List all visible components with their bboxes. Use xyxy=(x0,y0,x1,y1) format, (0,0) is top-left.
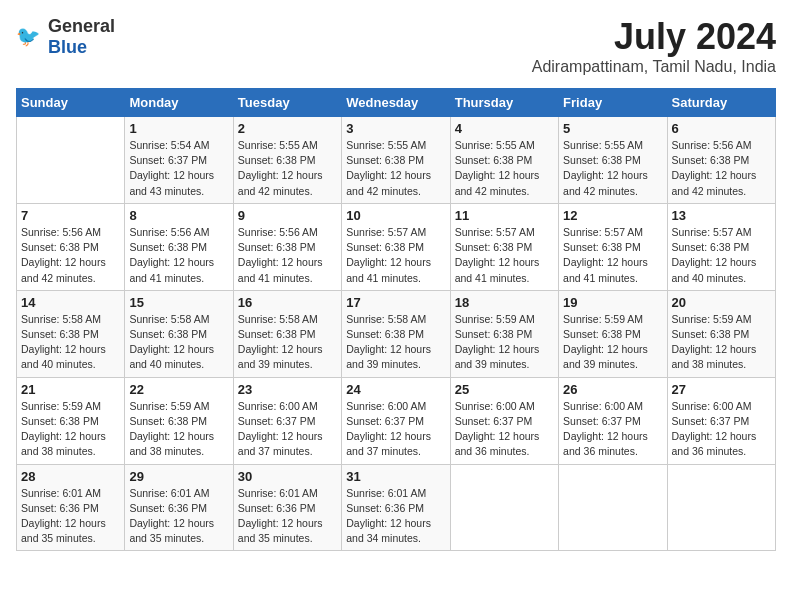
day-number: 31 xyxy=(346,469,445,484)
column-header-sunday: Sunday xyxy=(17,89,125,117)
calendar-cell: 27Sunrise: 6:00 AM Sunset: 6:37 PM Dayli… xyxy=(667,377,775,464)
day-detail: Sunrise: 5:56 AM Sunset: 6:38 PM Dayligh… xyxy=(238,225,337,286)
day-number: 6 xyxy=(672,121,771,136)
calendar-cell: 20Sunrise: 5:59 AM Sunset: 6:38 PM Dayli… xyxy=(667,290,775,377)
calendar-cell: 21Sunrise: 5:59 AM Sunset: 6:38 PM Dayli… xyxy=(17,377,125,464)
day-detail: Sunrise: 5:58 AM Sunset: 6:38 PM Dayligh… xyxy=(21,312,120,373)
logo: 🐦 General Blue xyxy=(16,16,115,58)
day-detail: Sunrise: 6:01 AM Sunset: 6:36 PM Dayligh… xyxy=(21,486,120,547)
day-detail: Sunrise: 6:01 AM Sunset: 6:36 PM Dayligh… xyxy=(346,486,445,547)
calendar-week-row: 14Sunrise: 5:58 AM Sunset: 6:38 PM Dayli… xyxy=(17,290,776,377)
column-header-wednesday: Wednesday xyxy=(342,89,450,117)
day-detail: Sunrise: 5:58 AM Sunset: 6:38 PM Dayligh… xyxy=(129,312,228,373)
day-detail: Sunrise: 6:01 AM Sunset: 6:36 PM Dayligh… xyxy=(238,486,337,547)
calendar-cell: 7Sunrise: 5:56 AM Sunset: 6:38 PM Daylig… xyxy=(17,203,125,290)
column-header-monday: Monday xyxy=(125,89,233,117)
day-number: 8 xyxy=(129,208,228,223)
day-detail: Sunrise: 5:59 AM Sunset: 6:38 PM Dayligh… xyxy=(129,399,228,460)
calendar-cell: 26Sunrise: 6:00 AM Sunset: 6:37 PM Dayli… xyxy=(559,377,667,464)
calendar-cell: 2Sunrise: 5:55 AM Sunset: 6:38 PM Daylig… xyxy=(233,117,341,204)
day-number: 19 xyxy=(563,295,662,310)
calendar-cell: 14Sunrise: 5:58 AM Sunset: 6:38 PM Dayli… xyxy=(17,290,125,377)
day-number: 7 xyxy=(21,208,120,223)
day-detail: Sunrise: 5:56 AM Sunset: 6:38 PM Dayligh… xyxy=(129,225,228,286)
calendar-week-row: 21Sunrise: 5:59 AM Sunset: 6:38 PM Dayli… xyxy=(17,377,776,464)
calendar-cell: 15Sunrise: 5:58 AM Sunset: 6:38 PM Dayli… xyxy=(125,290,233,377)
day-detail: Sunrise: 5:57 AM Sunset: 6:38 PM Dayligh… xyxy=(672,225,771,286)
calendar-cell: 10Sunrise: 5:57 AM Sunset: 6:38 PM Dayli… xyxy=(342,203,450,290)
day-number: 28 xyxy=(21,469,120,484)
calendar-cell: 13Sunrise: 5:57 AM Sunset: 6:38 PM Dayli… xyxy=(667,203,775,290)
day-detail: Sunrise: 5:56 AM Sunset: 6:38 PM Dayligh… xyxy=(672,138,771,199)
calendar-cell: 3Sunrise: 5:55 AM Sunset: 6:38 PM Daylig… xyxy=(342,117,450,204)
calendar-cell: 12Sunrise: 5:57 AM Sunset: 6:38 PM Dayli… xyxy=(559,203,667,290)
calendar-cell: 6Sunrise: 5:56 AM Sunset: 6:38 PM Daylig… xyxy=(667,117,775,204)
day-number: 1 xyxy=(129,121,228,136)
day-detail: Sunrise: 5:58 AM Sunset: 6:38 PM Dayligh… xyxy=(346,312,445,373)
day-number: 20 xyxy=(672,295,771,310)
calendar-cell: 25Sunrise: 6:00 AM Sunset: 6:37 PM Dayli… xyxy=(450,377,558,464)
day-number: 23 xyxy=(238,382,337,397)
day-number: 25 xyxy=(455,382,554,397)
day-number: 21 xyxy=(21,382,120,397)
calendar-cell: 18Sunrise: 5:59 AM Sunset: 6:38 PM Dayli… xyxy=(450,290,558,377)
calendar-cell: 4Sunrise: 5:55 AM Sunset: 6:38 PM Daylig… xyxy=(450,117,558,204)
calendar-cell: 17Sunrise: 5:58 AM Sunset: 6:38 PM Dayli… xyxy=(342,290,450,377)
day-number: 4 xyxy=(455,121,554,136)
day-detail: Sunrise: 5:55 AM Sunset: 6:38 PM Dayligh… xyxy=(238,138,337,199)
day-detail: Sunrise: 5:55 AM Sunset: 6:38 PM Dayligh… xyxy=(346,138,445,199)
logo-general: General xyxy=(48,16,115,36)
day-number: 24 xyxy=(346,382,445,397)
logo-blue: Blue xyxy=(48,37,87,57)
calendar-week-row: 1Sunrise: 5:54 AM Sunset: 6:37 PM Daylig… xyxy=(17,117,776,204)
calendar-cell: 24Sunrise: 6:00 AM Sunset: 6:37 PM Dayli… xyxy=(342,377,450,464)
page-header: 🐦 General Blue July 2024 Adirampattinam,… xyxy=(16,16,776,76)
day-number: 17 xyxy=(346,295,445,310)
day-detail: Sunrise: 5:59 AM Sunset: 6:38 PM Dayligh… xyxy=(455,312,554,373)
day-number: 10 xyxy=(346,208,445,223)
day-detail: Sunrise: 6:01 AM Sunset: 6:36 PM Dayligh… xyxy=(129,486,228,547)
day-number: 9 xyxy=(238,208,337,223)
column-header-saturday: Saturday xyxy=(667,89,775,117)
day-number: 27 xyxy=(672,382,771,397)
day-detail: Sunrise: 5:56 AM Sunset: 6:38 PM Dayligh… xyxy=(21,225,120,286)
day-detail: Sunrise: 6:00 AM Sunset: 6:37 PM Dayligh… xyxy=(455,399,554,460)
day-number: 14 xyxy=(21,295,120,310)
calendar-cell: 16Sunrise: 5:58 AM Sunset: 6:38 PM Dayli… xyxy=(233,290,341,377)
day-detail: Sunrise: 5:59 AM Sunset: 6:38 PM Dayligh… xyxy=(672,312,771,373)
day-detail: Sunrise: 6:00 AM Sunset: 6:37 PM Dayligh… xyxy=(346,399,445,460)
calendar-cell xyxy=(450,464,558,551)
calendar-cell: 29Sunrise: 6:01 AM Sunset: 6:36 PM Dayli… xyxy=(125,464,233,551)
day-number: 15 xyxy=(129,295,228,310)
calendar-cell: 19Sunrise: 5:59 AM Sunset: 6:38 PM Dayli… xyxy=(559,290,667,377)
day-detail: Sunrise: 5:59 AM Sunset: 6:38 PM Dayligh… xyxy=(21,399,120,460)
day-detail: Sunrise: 6:00 AM Sunset: 6:37 PM Dayligh… xyxy=(238,399,337,460)
page-subtitle: Adirampattinam, Tamil Nadu, India xyxy=(532,58,776,76)
day-number: 22 xyxy=(129,382,228,397)
day-detail: Sunrise: 6:00 AM Sunset: 6:37 PM Dayligh… xyxy=(672,399,771,460)
calendar-header-row: SundayMondayTuesdayWednesdayThursdayFrid… xyxy=(17,89,776,117)
day-detail: Sunrise: 5:58 AM Sunset: 6:38 PM Dayligh… xyxy=(238,312,337,373)
calendar-cell: 23Sunrise: 6:00 AM Sunset: 6:37 PM Dayli… xyxy=(233,377,341,464)
day-detail: Sunrise: 5:55 AM Sunset: 6:38 PM Dayligh… xyxy=(455,138,554,199)
day-number: 3 xyxy=(346,121,445,136)
calendar-cell: 9Sunrise: 5:56 AM Sunset: 6:38 PM Daylig… xyxy=(233,203,341,290)
day-detail: Sunrise: 5:57 AM Sunset: 6:38 PM Dayligh… xyxy=(563,225,662,286)
calendar-cell: 31Sunrise: 6:01 AM Sunset: 6:36 PM Dayli… xyxy=(342,464,450,551)
day-detail: Sunrise: 5:57 AM Sunset: 6:38 PM Dayligh… xyxy=(455,225,554,286)
calendar-cell xyxy=(559,464,667,551)
day-number: 12 xyxy=(563,208,662,223)
calendar-table: SundayMondayTuesdayWednesdayThursdayFrid… xyxy=(16,88,776,551)
column-header-tuesday: Tuesday xyxy=(233,89,341,117)
page-title: July 2024 xyxy=(532,16,776,58)
calendar-cell xyxy=(667,464,775,551)
column-header-friday: Friday xyxy=(559,89,667,117)
calendar-cell xyxy=(17,117,125,204)
day-number: 5 xyxy=(563,121,662,136)
calendar-cell: 8Sunrise: 5:56 AM Sunset: 6:38 PM Daylig… xyxy=(125,203,233,290)
calendar-cell: 1Sunrise: 5:54 AM Sunset: 6:37 PM Daylig… xyxy=(125,117,233,204)
day-number: 16 xyxy=(238,295,337,310)
day-detail: Sunrise: 6:00 AM Sunset: 6:37 PM Dayligh… xyxy=(563,399,662,460)
svg-text:🐦: 🐦 xyxy=(16,24,41,48)
column-header-thursday: Thursday xyxy=(450,89,558,117)
